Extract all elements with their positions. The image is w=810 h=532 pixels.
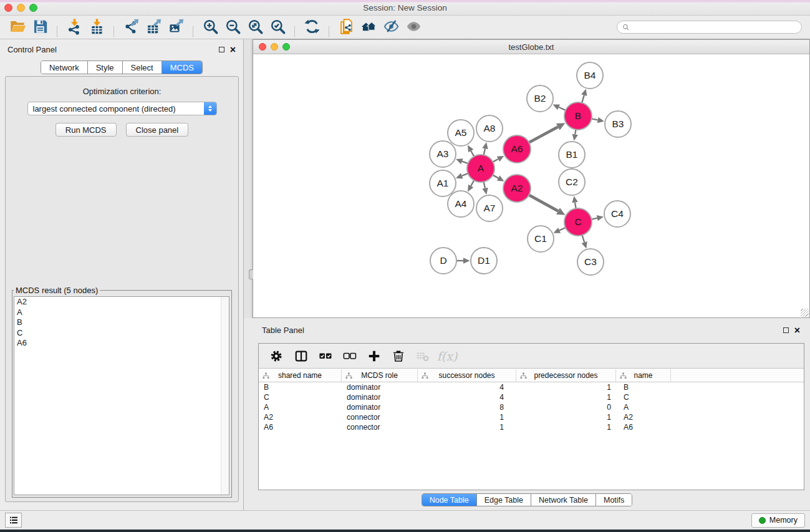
delete-column-icon[interactable] (391, 349, 406, 364)
graph-node-C1[interactable]: C1 (528, 226, 554, 252)
graph-edge-A-A8[interactable] (484, 148, 485, 155)
tab-node-table[interactable]: Node Table (422, 494, 476, 506)
tab-style[interactable]: Style (87, 61, 122, 74)
criterion-dropdown[interactable]: largest connected component (directed) (27, 102, 217, 115)
tab-network-table[interactable]: Network Table (531, 494, 595, 506)
column-header-MCDS-role[interactable]: MCDS role (342, 369, 418, 382)
save-session-icon[interactable] (31, 17, 49, 36)
graph-node-A6[interactable]: A6 (503, 135, 531, 163)
mcds-result-item[interactable]: A2 (14, 297, 229, 307)
graph-node-C2[interactable]: C2 (559, 169, 585, 195)
table-row[interactable]: A2connector11A2 (259, 412, 804, 422)
mcds-result-item[interactable]: B (14, 317, 229, 328)
task-history-button[interactable] (5, 513, 22, 528)
graph-node-A4[interactable]: A4 (448, 191, 474, 217)
zoom-in-icon[interactable] (201, 17, 219, 36)
graph-edge-A-A7[interactable] (484, 181, 485, 188)
tab-motifs[interactable]: Motifs (595, 494, 632, 506)
zoom-fit-icon[interactable] (246, 17, 264, 36)
column-header-shared-name[interactable]: shared name (259, 369, 342, 382)
column-header-name[interactable]: name (616, 369, 671, 382)
add-column-icon[interactable] (367, 349, 382, 364)
graph-edge-A-A3[interactable] (462, 162, 468, 164)
close-panel-button[interactable]: Close panel (126, 123, 189, 137)
mcds-result-item[interactable]: A6 (14, 338, 229, 349)
export-image-icon[interactable] (166, 17, 185, 36)
table-row[interactable]: A6connector11A6 (259, 422, 804, 432)
run-mcds-button[interactable]: Run MCDS (55, 123, 117, 137)
refresh-icon[interactable] (302, 17, 321, 36)
graph-edge-C-C3[interactable] (582, 235, 585, 243)
graph-node-A1[interactable]: A1 (430, 170, 456, 196)
export-table-icon[interactable] (144, 17, 163, 36)
graph-edge-A-A2[interactable] (493, 175, 498, 178)
split-panel-icon[interactable] (294, 349, 309, 364)
network-from-selection-icon[interactable] (337, 17, 355, 36)
export-network-icon[interactable] (122, 17, 140, 36)
graph-edge-B-B3[interactable] (592, 118, 598, 120)
zoom-out-icon[interactable] (223, 17, 242, 36)
mcds-result-item[interactable]: C (14, 328, 229, 339)
control-panel-splitter-handle[interactable] (249, 269, 253, 279)
dropdown-stepper-icon (204, 102, 216, 115)
first-neighbors-icon[interactable] (359, 17, 378, 36)
tab-network[interactable]: Network (41, 61, 87, 74)
open-file-icon[interactable] (8, 17, 27, 36)
graph-node-B1[interactable]: B1 (559, 142, 585, 168)
graph-edge-A-A6[interactable] (493, 159, 498, 162)
column-header-successor-nodes[interactable]: successor nodes (418, 369, 516, 382)
graph-node-B[interactable]: B (564, 102, 592, 130)
graph-edge-A-A4[interactable] (471, 180, 474, 186)
graph-edge-A6-B[interactable] (529, 127, 558, 142)
graph-node-B4[interactable]: B4 (577, 62, 603, 89)
graph-edge-B-B4[interactable] (582, 95, 584, 103)
graph-node-A7[interactable]: A7 (476, 195, 503, 221)
graph-edge-C-C4[interactable] (592, 218, 597, 220)
import-table-icon[interactable] (87, 17, 106, 36)
tab-mcds[interactable]: MCDS (162, 61, 202, 74)
deselect-all-icon[interactable] (342, 349, 357, 364)
graph-node-A2[interactable]: A2 (503, 175, 531, 202)
tab-edge-table[interactable]: Edge Table (476, 494, 531, 506)
import-network-icon[interactable] (65, 17, 84, 36)
graph-edge-A-A5[interactable] (471, 151, 474, 157)
memory-button[interactable]: Memory (751, 513, 805, 528)
graph-node-C4[interactable]: C4 (604, 201, 630, 227)
table-row[interactable]: Adominator80A (259, 402, 804, 412)
graph-edge-B-B1[interactable] (575, 130, 576, 135)
zoom-selected-icon[interactable] (268, 17, 287, 36)
graph-edge-C-C1[interactable] (559, 228, 566, 230)
table-float-panel-icon[interactable] (783, 327, 789, 333)
result-list-scrollbar[interactable] (221, 297, 229, 495)
graph-node-D[interactable]: D (430, 248, 456, 274)
mcds-result-item[interactable]: A (14, 307, 229, 318)
graph-node-A5[interactable]: A5 (448, 120, 474, 146)
table-row[interactable]: Cdominator41C (259, 392, 804, 402)
graph-edge-A2-C[interactable] (529, 195, 558, 211)
graph-node-C3[interactable]: C3 (577, 249, 604, 275)
select-all-icon[interactable] (318, 349, 333, 364)
graph-node-A3[interactable]: A3 (430, 141, 456, 167)
table-settings-icon[interactable] (269, 349, 284, 364)
graph-node-D1[interactable]: D1 (471, 248, 497, 274)
show-all-icon[interactable] (404, 17, 423, 36)
search-input[interactable] (630, 23, 801, 32)
graph-edge-C-C2[interactable] (575, 203, 576, 209)
table-row[interactable]: Bdominator41B (259, 382, 804, 392)
graph-node-B2[interactable]: B2 (527, 85, 553, 112)
table-close-panel-icon[interactable]: × (794, 327, 800, 334)
graph-edge-B-B2[interactable] (559, 107, 566, 110)
hide-selected-icon[interactable] (382, 17, 400, 36)
graph-edge-A-A1[interactable] (462, 173, 468, 176)
network-canvas[interactable]: B4B2BB3A8A5A6B1A3AC2A1A2A4A7C4CC1C3DD1 (253, 54, 809, 317)
graph-node-C[interactable]: C (564, 208, 592, 236)
graph-node-B3[interactable]: B3 (605, 111, 631, 137)
float-panel-icon[interactable] (219, 47, 224, 52)
close-panel-icon[interactable]: × (230, 47, 236, 53)
graph-node-A8[interactable]: A8 (476, 115, 503, 142)
window-resize-grip[interactable] (801, 309, 809, 317)
search-field[interactable] (617, 21, 802, 34)
column-header-predecessor-nodes[interactable]: predecessor nodes (516, 369, 616, 382)
graph-node-A[interactable]: A (467, 155, 494, 182)
tab-select[interactable]: Select (122, 61, 162, 74)
